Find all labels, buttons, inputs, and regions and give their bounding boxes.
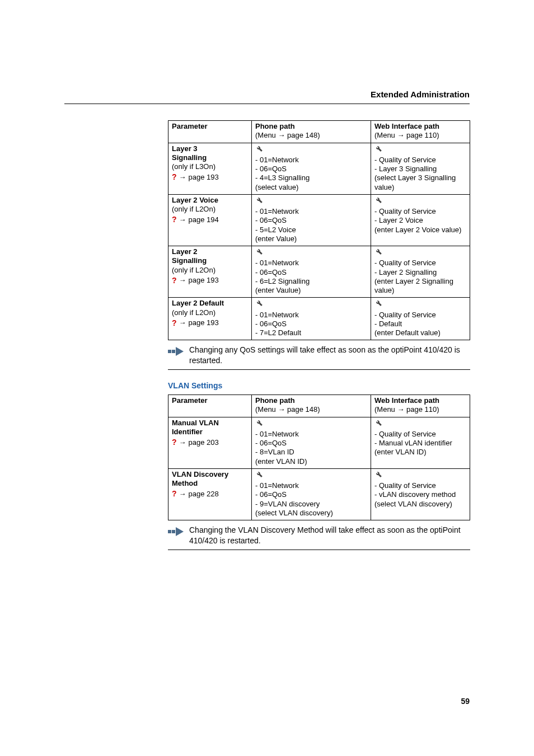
param-name: Manual VLAN: [172, 419, 248, 428]
tool-icon: [374, 144, 382, 154]
arrow-icon: →: [179, 438, 186, 447]
section-vlan-heading: VLAN Settings: [168, 381, 470, 390]
param-condition: (only if L2On): [172, 205, 248, 214]
th-phone: Phone path (Menu → page 148): [252, 121, 371, 143]
svg-rect-0: [168, 350, 171, 353]
tool-icon: [255, 144, 263, 154]
help-icon: ?: [172, 276, 177, 286]
th-parameter: Parameter: [168, 395, 252, 417]
table-row: VLAN Discovery Method ? → page 228 - 01=…: [168, 468, 470, 520]
table-row: Layer 2 Voice (only if L2On) ? → page 19…: [168, 194, 470, 246]
note-qos: Changing any QoS settings will take effe…: [168, 345, 470, 370]
param-ref[interactable]: ? → page 193: [172, 318, 248, 328]
tool-icon: [255, 419, 263, 429]
tool-icon: [255, 247, 263, 257]
tool-icon: [374, 299, 382, 309]
tool-icon: [374, 247, 382, 257]
param-name: Layer 2 Voice: [172, 196, 248, 205]
th-phone: Phone path (Menu → page 148): [252, 395, 371, 417]
th-web: Web Interface path (Menu → page 110): [371, 395, 470, 417]
page-number: 59: [461, 697, 470, 706]
param-name: Layer 2 Default: [172, 299, 248, 308]
param-name: Signalling: [172, 256, 248, 265]
help-icon: ?: [172, 438, 177, 448]
svg-rect-4: [172, 530, 175, 533]
param-ref[interactable]: ? → page 193: [172, 172, 248, 182]
tool-icon: [255, 470, 263, 480]
arrow-icon: →: [179, 276, 186, 285]
param-condition: (only if L2On): [172, 266, 248, 275]
param-name: Signalling: [172, 153, 248, 162]
note-arrow-icon: [168, 347, 184, 359]
th-web: Web Interface path (Menu → page 110): [371, 121, 470, 143]
svg-marker-5: [176, 527, 184, 536]
table-row: Layer 2 Signalling (only if L2On) ? → pa…: [168, 246, 470, 298]
vlan-table: Parameter Phone path (Menu → page 148) W…: [168, 395, 470, 520]
help-icon: ?: [172, 489, 177, 499]
table-row: Layer 3 Signalling (only if L3On) ? → pa…: [168, 143, 470, 194]
help-icon: ?: [172, 215, 177, 225]
param-ref[interactable]: ? → page 194: [172, 215, 248, 225]
param-condition: (only if L3On): [172, 162, 248, 171]
help-icon: ?: [172, 172, 177, 182]
param-name: VLAN Discovery: [172, 470, 248, 479]
arrow-icon: →: [179, 173, 186, 182]
tool-icon: [255, 196, 263, 206]
note-text: Changing the VLAN Discovery Method will …: [189, 525, 470, 546]
param-name: Layer 3: [172, 144, 248, 153]
tool-icon: [374, 470, 382, 480]
param-ref[interactable]: ? → page 203: [172, 438, 248, 448]
svg-rect-3: [168, 530, 171, 533]
help-icon: ?: [172, 318, 177, 328]
param-name: Layer 2: [172, 247, 248, 256]
arrow-icon: →: [179, 318, 186, 327]
param-ref[interactable]: ? → page 228: [172, 489, 248, 499]
param-name: Method: [172, 479, 248, 488]
arrow-icon: →: [179, 215, 186, 224]
note-vlan: Changing the VLAN Discovery Method will …: [168, 525, 470, 550]
th-parameter: Parameter: [168, 121, 252, 143]
qos-table: Parameter Phone path (Menu → page 148) W…: [168, 120, 470, 340]
param-ref[interactable]: ? → page 193: [172, 276, 248, 286]
page-header: Extended Administration: [371, 90, 470, 99]
svg-rect-1: [172, 350, 175, 353]
note-arrow-icon: [168, 527, 184, 539]
table-row: Manual VLAN Identifier ? → page 203 - 01…: [168, 417, 470, 468]
table-row: Layer 2 Default (only if L2On) ? → page …: [168, 298, 470, 340]
param-condition: (only if L2On): [172, 308, 248, 317]
arrow-icon: →: [179, 490, 186, 499]
tool-icon: [374, 196, 382, 206]
svg-marker-2: [176, 347, 184, 356]
header-rule: [64, 104, 470, 104]
note-text: Changing any QoS settings will take effe…: [189, 345, 470, 366]
tool-icon: [374, 419, 382, 429]
tool-icon: [255, 299, 263, 309]
param-name: Identifier: [172, 428, 248, 436]
